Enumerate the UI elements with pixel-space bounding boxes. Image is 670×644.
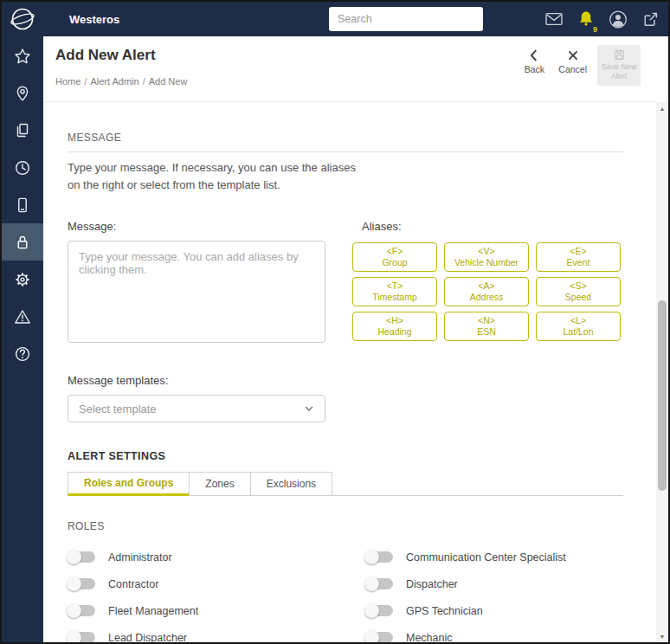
help-icon <box>14 345 31 363</box>
alias-button-timestamp[interactable]: <T>Timestamp <box>352 277 437 306</box>
message-section-heading: MESSAGE <box>68 132 623 144</box>
toggle-administrator[interactable] <box>68 551 95 563</box>
page-content: MESSAGE Type your message. If necessary,… <box>43 102 656 642</box>
sidebar-item-history[interactable] <box>2 149 43 186</box>
toggle-dispatcher[interactable] <box>365 578 393 589</box>
warning-icon <box>14 308 31 325</box>
role-row-dispatcher: Dispatcher <box>365 576 623 591</box>
page-title: Add New Alert <box>55 47 156 64</box>
lock-icon <box>14 234 31 251</box>
alias-button-esn[interactable]: <N>ESN <box>444 312 529 341</box>
notifications-button[interactable]: 9 <box>577 8 596 30</box>
globe-logo-icon <box>10 6 35 32</box>
alias-button-vehicle-number[interactable]: <V>Vehicle Number <box>444 242 529 272</box>
chevron-down-icon <box>302 402 316 415</box>
alias-button-speed[interactable]: <S>Speed <box>536 277 621 306</box>
role-row-communication-center-specialist: Communication Center Specialist <box>365 550 623 564</box>
message-label: Message: <box>68 220 325 233</box>
tab-exclusions[interactable]: Exclusions <box>250 472 332 496</box>
breadcrumb: Home/Alert Admin/Add New <box>55 76 187 87</box>
documents-icon <box>14 122 31 139</box>
message-intro-text: Type your message. If necessary, you can… <box>68 159 370 194</box>
aliases-column: Aliases: <F>Group <V>Vehicle Number <E>E… <box>352 220 621 346</box>
app-window: Westeros 9 <box>0 0 670 644</box>
sidebar-item-locations[interactable] <box>2 74 43 112</box>
message-column: Message: <box>68 220 325 346</box>
sidebar-item-favorites[interactable] <box>2 37 43 74</box>
close-icon <box>565 48 581 63</box>
alias-button-event[interactable]: <E>Event <box>536 242 621 272</box>
mobile-icon <box>14 196 31 214</box>
scroll-up-button[interactable]: ▲ <box>656 102 668 114</box>
brand-logo[interactable] <box>2 6 43 32</box>
roles-heading: ROLES <box>68 520 623 532</box>
save-icon <box>613 48 626 61</box>
brand-name: Westeros <box>69 13 119 26</box>
main-area: Add New Alert Home/Alert Admin/Add New B… <box>43 36 668 642</box>
tab-roles-and-groups[interactable]: Roles and Groups <box>68 472 190 496</box>
breadcrumb-current: Add New <box>149 76 188 87</box>
scrollbar-thumb[interactable] <box>658 300 667 491</box>
cancel-button[interactable]: Cancel <box>558 45 587 74</box>
toggle-communication-center-specialist[interactable] <box>365 551 393 563</box>
back-button[interactable]: Back <box>520 45 548 74</box>
toggle-mechanic[interactable] <box>365 632 393 642</box>
star-icon <box>14 48 31 65</box>
role-row-contractor: Contractor <box>68 576 365 591</box>
sidebar-item-help[interactable] <box>2 335 43 372</box>
scroll-down-button[interactable]: ▼ <box>656 630 668 642</box>
message-textarea[interactable] <box>68 241 325 343</box>
alias-button-address[interactable]: <A>Address <box>444 277 529 306</box>
open-in-new-icon <box>641 10 660 29</box>
section-divider <box>68 151 623 152</box>
search-input[interactable] <box>338 13 477 25</box>
topbar: Westeros 9 <box>2 2 668 36</box>
toggle-gps-technician[interactable] <box>365 605 393 616</box>
sidebar-item-alert-admin[interactable] <box>2 223 43 261</box>
clock-icon <box>14 159 31 177</box>
sidebar-item-documents[interactable] <box>2 112 43 149</box>
account-button[interactable] <box>609 8 628 30</box>
open-in-new-button[interactable] <box>641 8 660 30</box>
search-box[interactable] <box>329 7 483 31</box>
role-row-administrator: Administrator <box>68 550 365 564</box>
role-row-lead-dispatcher: Lead Dispatcher <box>68 630 365 642</box>
alias-grid: <F>Group <V>Vehicle Number <E>Event <T>T… <box>352 242 621 341</box>
alias-button-group[interactable]: <F>Group <box>352 242 437 272</box>
message-row: Message: Aliases: <F>Group <V>Vehicle Nu… <box>68 220 623 346</box>
alert-settings-heading: ALERT SETTINGS <box>68 450 623 462</box>
toggle-fleet-management[interactable] <box>68 605 95 616</box>
bell-badge: 9 <box>593 25 597 34</box>
aliases-label: Aliases: <box>362 220 621 233</box>
breadcrumb-link-alert-admin[interactable]: Alert Admin <box>90 76 139 87</box>
template-select[interactable]: Select template <box>68 395 325 422</box>
mail-icon <box>544 10 564 29</box>
save-new-alert-button[interactable]: Save New Alert <box>597 45 641 86</box>
vertical-scrollbar[interactable]: ▲ ▼ <box>656 102 668 642</box>
roles-grid: Administrator Communication Center Speci… <box>68 550 623 642</box>
role-row-fleet-management: Fleet Management <box>68 603 365 618</box>
sidebar-item-devices[interactable] <box>2 186 43 223</box>
sidebar <box>2 36 43 642</box>
gear-icon <box>14 271 31 288</box>
alert-settings-tabs: Roles and Groups Zones Exclusions <box>68 471 623 496</box>
sidebar-item-settings[interactable] <box>2 261 43 298</box>
map-pin-icon <box>14 85 31 102</box>
header-actions: Back Cancel Save New Alert <box>520 45 641 86</box>
sidebar-item-warnings[interactable] <box>2 298 43 335</box>
chevron-left-icon <box>526 48 542 63</box>
alias-button-latlon[interactable]: <L>Lat/Lon <box>536 312 621 341</box>
tab-zones[interactable]: Zones <box>189 472 250 496</box>
mail-button[interactable] <box>544 8 564 30</box>
message-templates-label: Message templates: <box>68 374 623 387</box>
toggle-contractor[interactable] <box>68 578 95 589</box>
topbar-icons: 9 <box>544 2 660 36</box>
toggle-lead-dispatcher[interactable] <box>68 632 95 642</box>
role-row-mechanic: Mechanic <box>365 630 623 642</box>
role-row-gps-technician: GPS Technician <box>365 603 623 618</box>
breadcrumb-link-home[interactable]: Home <box>55 76 81 87</box>
account-icon <box>609 10 628 29</box>
templates-block: Message templates: Select template <box>68 374 623 422</box>
alias-button-heading[interactable]: <H>Heading <box>352 312 437 341</box>
page-header: Add New Alert Home/Alert Admin/Add New B… <box>43 36 656 102</box>
